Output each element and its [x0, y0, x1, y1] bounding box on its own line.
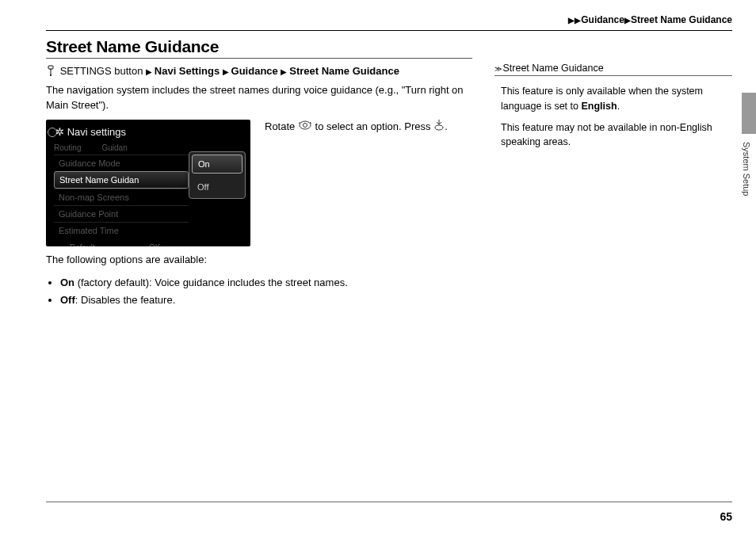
svg-point-4 [303, 123, 307, 127]
popup-option: Off [189, 176, 245, 198]
tab: Routing [54, 143, 81, 152]
intro-text: The navigation system includes the stree… [46, 83, 472, 113]
triangle-icon: ▶ [281, 67, 289, 76]
page-number: 65 [720, 510, 732, 523]
screenshot-title: ✲ Navi settings [55, 126, 126, 138]
footer-default: Default [70, 243, 95, 246]
svg-point-3 [300, 121, 311, 129]
divider [46, 58, 472, 59]
rotate-instruction: Rotate to select an option. Press . [265, 120, 472, 135]
sidebar-column: ≫ Street Name Guidance This feature is o… [494, 37, 732, 506]
menu-item: Guidance Point [54, 205, 189, 222]
section-label: System Setup [742, 142, 751, 196]
menu-item-selected: Street Name Guidan [54, 171, 189, 189]
option-label: Off [60, 294, 75, 306]
list-item: Off: Disables the feature. [60, 292, 472, 309]
sidebar-para: This feature is only available when the … [501, 84, 732, 114]
breadcrumb-item: Guidance [581, 14, 624, 25]
sidebar-body: This feature is only available when the … [494, 84, 732, 150]
path-step: Street Name Guidance [289, 65, 399, 77]
screenshot-tabs: RoutingGuidan [54, 143, 148, 152]
divider [46, 30, 732, 31]
triangle-icon: ▶▶ [568, 16, 581, 25]
path-step: Guidance [231, 65, 278, 77]
sidebar-heading: ≫ Street Name Guidance [494, 63, 732, 76]
text: to select an option. Press [312, 120, 433, 132]
svg-point-2 [50, 74, 52, 76]
text: Rotate [265, 120, 298, 132]
menu-item: Non-map Screens [54, 189, 189, 205]
nav-screenshot: ✲ Navi settings RoutingGuidan Guidance M… [46, 120, 250, 246]
double-triangle-icon: ≫ [494, 65, 500, 73]
options-list: On (factory default): Voice guidance inc… [46, 274, 472, 309]
menu-path: SETTINGS button ▶ Navi Settings ▶ Guidan… [46, 65, 472, 78]
triangle-icon: ▶ [624, 16, 631, 25]
svg-point-5 [435, 125, 443, 130]
footer-ok: OK [149, 243, 160, 246]
footer-divider [46, 502, 732, 502]
option-label: On [60, 277, 74, 288]
options-lead: The following options are available: [46, 253, 472, 268]
settings-button-icon [46, 65, 55, 78]
main-column: Street Name Guidance SETTINGS button ▶ N… [46, 37, 472, 309]
tab: Guidan [101, 143, 127, 152]
rotate-dial-icon [298, 120, 312, 135]
triangle-icon: ▶ [146, 67, 155, 76]
menu-item: Guidance Mode [54, 154, 189, 171]
text: . [617, 101, 620, 112]
list-item: On (factory default): Voice guidance inc… [60, 274, 472, 292]
breadcrumb: ▶▶Guidance▶Street Name Guidance [46, 14, 732, 25]
sidebar-title: Street Name Guidance [502, 63, 603, 74]
text-bold: English [581, 101, 617, 112]
triangle-icon: ▶ [223, 67, 231, 76]
popup-option-selected: On [192, 154, 242, 174]
path-step: Navi Settings [155, 65, 220, 77]
text: . [445, 120, 448, 132]
page-title: Street Name Guidance [46, 37, 472, 56]
option-desc: (factory default): Voice guidance includ… [74, 277, 348, 288]
path-prefix: SETTINGS button [60, 65, 143, 77]
push-dial-icon [433, 120, 445, 135]
svg-rect-0 [48, 66, 53, 69]
screenshot-menu: Guidance Mode Street Name Guidan Non-map… [54, 154, 189, 238]
sidebar-para: This feature may not be available in non… [501, 120, 732, 151]
breadcrumb-item: Street Name Guidance [631, 14, 732, 25]
menu-item: Estimated Time [54, 222, 189, 238]
section-tab [742, 93, 756, 134]
screenshot-popup: On Off [189, 151, 246, 199]
option-desc: : Disables the feature. [75, 294, 175, 306]
